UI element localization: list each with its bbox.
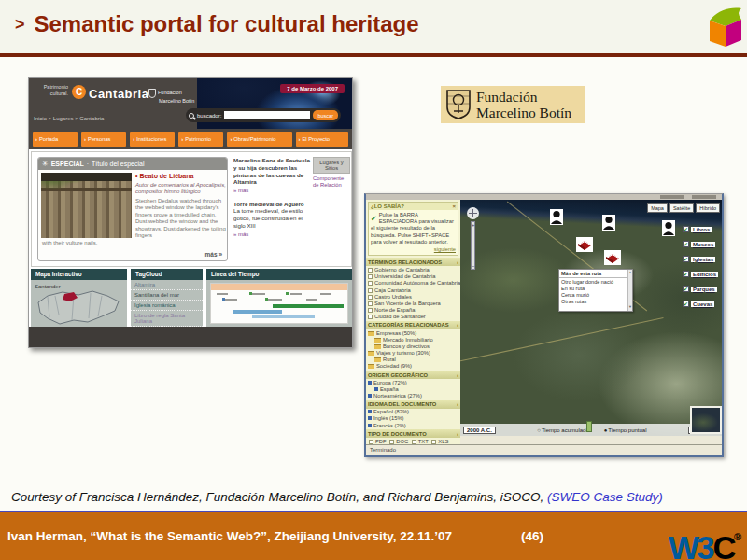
doctype-checkbox[interactable]: PDF	[369, 439, 387, 444]
category-item[interactable]: Viajes y turismo (30%)	[366, 349, 460, 356]
satellite-map[interactable]: + − Mapa Satélite Híbrido	[460, 200, 724, 436]
checkbox-icon[interactable]	[369, 440, 374, 444]
checkbox-checked-icon[interactable]: ✔	[683, 271, 689, 277]
term-checkbox-item[interactable]: Caja Cantabria	[366, 287, 460, 293]
checkbox-checked-icon[interactable]: ✔	[683, 241, 689, 247]
layer-toggle-parques[interactable]: ✔Parques	[683, 286, 718, 292]
layer-toggle-edificios[interactable]: ✔Edificios	[683, 271, 718, 277]
popup-scrollbar[interactable]: ▲ ▼	[627, 270, 632, 311]
layer-toggle-museos[interactable]: ✔Museos	[683, 241, 718, 247]
section-header-terms[interactable]: TÉRMINOS RELACIONADOS›	[366, 258, 460, 266]
checkbox-icon[interactable]	[412, 440, 416, 444]
checkbox-checked-icon[interactable]: ✔	[683, 301, 689, 307]
tag-link[interactable]: Iglesia románica	[131, 301, 203, 311]
close-icon[interactable]: ×	[452, 203, 456, 209]
overview-minimap[interactable]	[690, 406, 722, 434]
tip-next-link[interactable]: siguiente	[371, 246, 456, 253]
search-button[interactable]: buscar	[313, 110, 338, 120]
zoom-slider[interactable]: + −	[471, 221, 475, 270]
doctype-checkbox[interactable]: DOC	[389, 439, 408, 444]
zoom-in-icon[interactable]: +	[472, 222, 474, 228]
section-header-categories[interactable]: CATEGORÍAS RELACIONADAS›	[366, 321, 460, 329]
news-more-link[interactable]: » más	[233, 188, 248, 195]
map-zoom-control[interactable]: + −	[467, 207, 479, 270]
person-marker-icon[interactable]	[602, 215, 615, 234]
nav-obras[interactable]: ›Obras/Patrimonio	[227, 132, 291, 147]
checkbox-icon[interactable]	[368, 315, 373, 319]
language-item[interactable]: Inglés (15%)	[366, 415, 460, 422]
article-more-link[interactable]: más »	[205, 251, 222, 258]
zoom-out-icon[interactable]: −	[472, 263, 474, 269]
section-header-language[interactable]: IDIOMA DEL DOCUMENTO›	[366, 400, 460, 409]
checkbox-icon[interactable]	[368, 308, 373, 313]
checkbox-checked-icon[interactable]: ✔	[683, 286, 689, 292]
term-checkbox-item[interactable]: Gobierno de Cantabria	[366, 266, 460, 273]
origin-item[interactable]: Norteamérica (27%)	[366, 392, 460, 399]
person-marker-icon[interactable]	[662, 220, 675, 240]
tag-link[interactable]: Libro de regla Santa Juliana	[131, 311, 203, 327]
checkbox-icon[interactable]	[431, 440, 436, 444]
popup-line[interactable]: Otras rutas	[559, 298, 632, 304]
nav-personas[interactable]: ›Personas	[81, 132, 126, 147]
cantabria-map-outline[interactable]	[36, 287, 122, 325]
scroll-down-icon[interactable]: ▼	[628, 304, 632, 309]
checkbox-icon[interactable]	[368, 288, 373, 293]
news-more-link[interactable]: » más	[233, 231, 248, 239]
nav-patrimonio[interactable]: ›Patrimonio	[178, 132, 223, 147]
doctype-checkbox[interactable]: TXT	[412, 439, 429, 444]
category-child[interactable]: Rural	[366, 357, 460, 363]
layer-toggle-iglesias[interactable]: ✔Iglesias	[683, 256, 718, 262]
checkbox-icon[interactable]	[368, 268, 373, 273]
time-slider-handle[interactable]	[586, 421, 592, 432]
origin-item[interactable]: Europa (72%)	[366, 379, 460, 385]
origin-child[interactable]: España	[366, 385, 460, 392]
checkbox-icon[interactable]	[368, 274, 373, 279]
sidebox-header[interactable]: Lugares y Sitios	[313, 157, 350, 174]
category-child[interactable]: Bancos y directivos	[366, 343, 460, 349]
doctype-checkbox[interactable]: XLS	[431, 439, 448, 444]
breadcrumb[interactable]: Inicio > Lugares > Cantabria	[34, 116, 104, 121]
nav-instituciones[interactable]: ›Instituciones	[130, 132, 175, 147]
checkbox-checked-icon[interactable]: ✔	[683, 256, 689, 262]
nav-proyecto[interactable]: ›El Proyecto	[296, 132, 349, 147]
popup-line[interactable]: Cerca murió	[559, 291, 632, 298]
map-type-map-button[interactable]: Mapa	[647, 203, 668, 213]
tag-link[interactable]: Santillana del mar	[131, 290, 203, 301]
term-checkbox-item[interactable]: Universidad de Cantabria	[366, 273, 460, 280]
category-child[interactable]: Mercado Inmobiliario	[366, 336, 460, 343]
popup-line[interactable]: En su ruta	[559, 285, 632, 291]
news-item-title[interactable]: Marcelino Sanz de Sautuola y su hija des…	[233, 157, 310, 186]
person-marker-icon[interactable]	[550, 209, 563, 229]
nav-portada[interactable]: ›Portada	[33, 132, 78, 147]
pan-pad[interactable]	[467, 207, 479, 219]
news-item-title[interactable]: Torre medieval de Agüero	[233, 201, 310, 208]
term-checkbox-item[interactable]: Comunidad Autónoma de Cantabria	[366, 280, 460, 287]
book-marker-icon[interactable]	[604, 250, 621, 269]
layer-toggle-libros[interactable]: ✔Libros	[683, 226, 718, 232]
category-item[interactable]: Sociedad (9%)	[366, 363, 460, 370]
language-item[interactable]: Francés (2%)	[366, 422, 460, 428]
layer-toggle-cuevas[interactable]: ✔Cuevas	[683, 301, 718, 307]
popup-line[interactable]: Otro lugar donde nació	[559, 278, 632, 285]
category-item[interactable]: Empresas (50%)	[366, 329, 460, 336]
sweo-case-study-link[interactable]: (SWEO Case Study)	[547, 490, 663, 504]
tag-link[interactable]: Altamira	[131, 280, 203, 290]
checkbox-icon[interactable]	[368, 295, 373, 300]
checkbox-icon[interactable]	[368, 281, 373, 286]
checkbox-checked-icon[interactable]: ✔	[683, 226, 689, 232]
section-header-doctype[interactable]: TIPO DE DOCUMENTO›	[366, 429, 460, 438]
search-input[interactable]	[224, 111, 310, 119]
term-checkbox-item[interactable]: San Vicente de la Barquera	[366, 300, 460, 306]
term-checkbox-item[interactable]: Ciudad de Santander	[366, 314, 460, 320]
timeline-graphic[interactable]	[210, 283, 348, 324]
term-checkbox-item[interactable]: Castro Urdiales	[366, 293, 460, 300]
section-header-origin[interactable]: ORIGEN GEOGRÁFICO›	[366, 371, 460, 379]
language-item[interactable]: Español (82%)	[366, 409, 460, 415]
radio-tiempo-puntual[interactable]: ●Tiempo puntual	[604, 427, 647, 433]
term-checkbox-item[interactable]: Norte de España	[366, 307, 460, 314]
checkbox-icon[interactable]	[389, 440, 394, 444]
map-type-hybrid-button[interactable]: Híbrido	[696, 203, 720, 213]
scroll-up-icon[interactable]: ▲	[628, 270, 632, 274]
checkbox-icon[interactable]	[368, 301, 373, 306]
map-type-satellite-button[interactable]: Satélite	[669, 203, 694, 213]
